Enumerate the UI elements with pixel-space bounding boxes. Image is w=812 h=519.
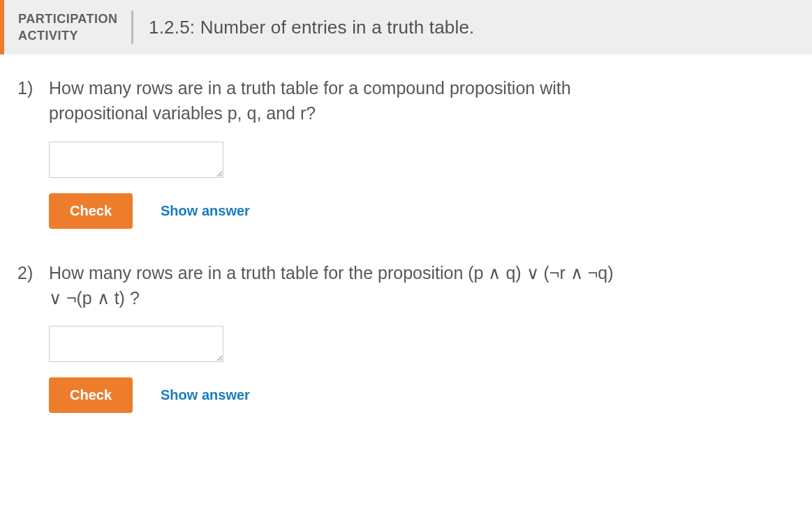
button-row: Check Show answer xyxy=(49,193,795,229)
activity-content: 1) How many rows are in a truth table fo… xyxy=(0,54,812,458)
answer-input[interactable] xyxy=(49,326,223,362)
show-answer-button[interactable]: Show answer xyxy=(161,203,250,219)
question-text: How many rows are in a truth table for t… xyxy=(49,260,621,311)
question-body: How many rows are in a truth table for a… xyxy=(49,75,795,229)
question-1: 1) How many rows are in a truth table fo… xyxy=(17,75,795,229)
activity-header: PARTICIPATION ACTIVITY 1.2.5: Number of … xyxy=(0,0,812,54)
button-row: Check Show answer xyxy=(49,377,795,413)
answer-input[interactable] xyxy=(49,142,223,178)
activity-title: 1.2.5: Number of entries in a truth tabl… xyxy=(133,17,475,38)
check-button[interactable]: Check xyxy=(49,193,133,229)
question-2: 2) How many rows are in a truth table fo… xyxy=(17,260,795,414)
question-body: How many rows are in a truth table for t… xyxy=(49,260,795,414)
question-number: 2) xyxy=(17,260,49,414)
show-answer-button[interactable]: Show answer xyxy=(161,387,250,403)
question-text: How many rows are in a truth table for a… xyxy=(49,75,621,126)
activity-type-label: PARTICIPATION ACTIVITY xyxy=(18,10,133,45)
check-button[interactable]: Check xyxy=(49,377,133,413)
question-number: 1) xyxy=(17,75,49,229)
